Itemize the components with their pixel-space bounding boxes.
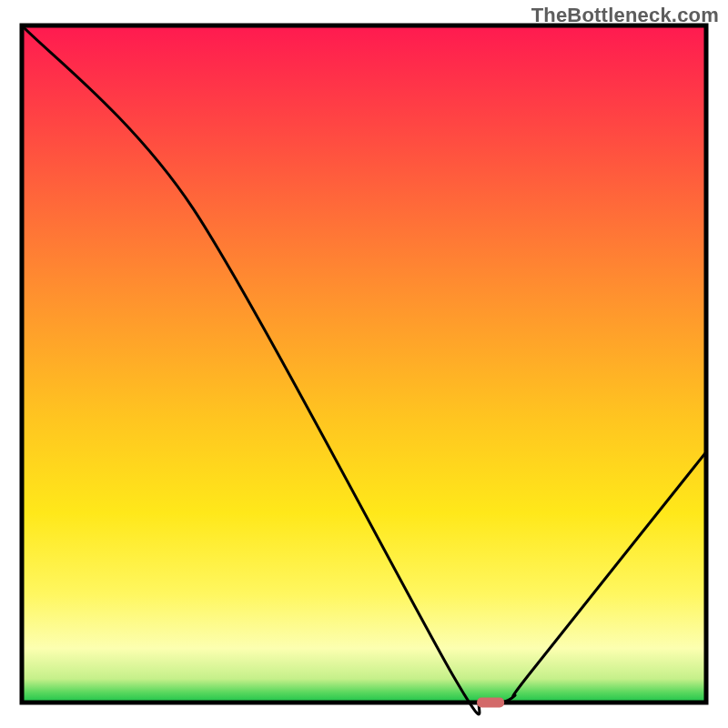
optimal-marker bbox=[477, 698, 504, 708]
bottleneck-chart bbox=[0, 0, 728, 728]
plot-background bbox=[22, 25, 706, 703]
chart-container: { "watermark": "TheBottleneck.com", "cha… bbox=[0, 0, 728, 728]
